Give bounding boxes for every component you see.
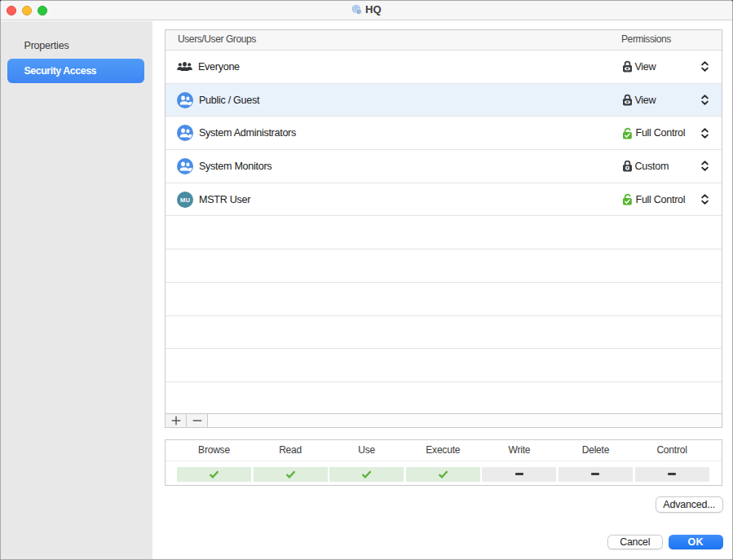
svg-text:MU: MU [180, 196, 190, 203]
